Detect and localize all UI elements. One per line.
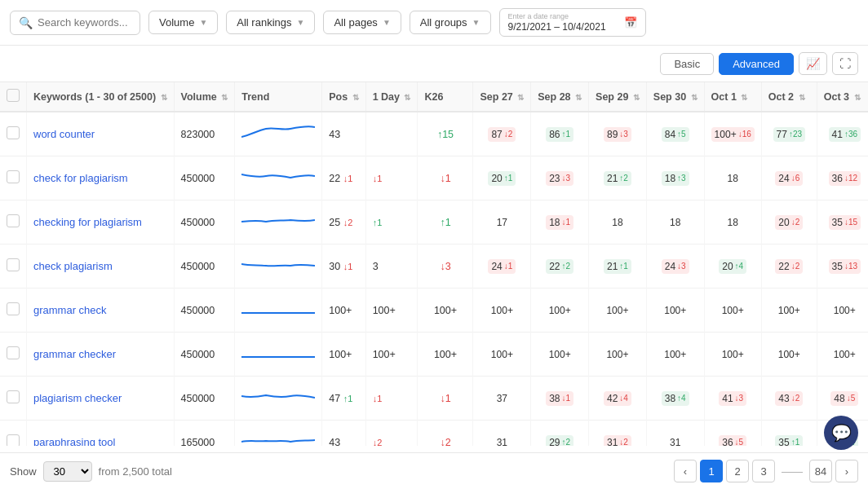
sep29-cell: 100+ [589,289,647,333]
sep29-cell: 42 ↓4 [589,377,647,421]
keyword-cell: plagiarism checker [27,377,175,421]
chevron-down-icon: ▼ [296,18,304,27]
row-checkbox[interactable] [0,421,27,447]
1day-cell: 3 [365,244,418,289]
sep29-cell: 18 [589,200,647,244]
oct2-cell: 22 ↓2 [761,244,817,289]
1day-cell [365,112,418,156]
k26-cell: ↑15 [418,112,473,156]
trend-cell [235,112,322,156]
volume-cell: 450000 [174,244,235,289]
oct2-cell: 20 ↓2 [761,200,817,244]
advanced-view-button[interactable]: Advanced [719,53,794,75]
show-label: Show [10,465,37,478]
pages-dropdown[interactable]: All pages ▼ [323,11,401,34]
row-checkbox[interactable] [0,333,27,377]
oct3-cell: 41 ↑36 [817,112,868,156]
pos-cell: 25 ↓2 [322,200,365,244]
search-input[interactable] [38,16,131,29]
page-ellipsis: —— [778,465,806,478]
table-row: plagiarism checker 450000 47 ↑1 ↓1 ↓1 37… [0,377,868,421]
table-row: check plagiarism 450000 30 ↓1 3 ↓3 24 ↓1… [0,244,868,289]
pos-cell: 22 ↓1 [322,156,365,200]
oct2-cell: 35 ↑1 [761,421,817,447]
sep30-cell: 18 ↑3 [646,156,704,200]
volume-column-header[interactable]: Volume ⇅ [174,82,235,112]
page-84-button[interactable]: 84 [809,460,832,482]
oct1-cell: 36 ↓5 [704,421,761,447]
row-checkbox[interactable] [0,156,27,200]
keywords-table-wrap: Keywords (1 - 30 of 2500) ⇅ Volume ⇅ Tre… [0,82,868,446]
1day-cell: 100+ [365,333,418,377]
volume-cell: 450000 [174,289,235,333]
per-page-select[interactable]: 30 50 100 [43,461,92,482]
select-all-header[interactable] [0,82,27,112]
pos-cell: 47 ↑1 [322,377,365,421]
keywords-column-header[interactable]: Keywords (1 - 30 of 2500) ⇅ [27,82,175,112]
oct3-cell: 100+ [817,289,868,333]
date-range-picker[interactable]: Enter a date range 9/21/2021 – 10/4/2021… [499,8,646,37]
k26-cell: ↓2 [418,421,473,447]
oct2-cell: 77 ↑23 [761,112,817,156]
sep28-column-header[interactable]: Sep 28 ⇅ [531,82,589,112]
oct1-column-header[interactable]: Oct 1 ⇅ [704,82,761,112]
trend-cell [235,421,322,447]
trend-column-header: Trend [235,82,322,112]
oct3-column-header[interactable]: Oct 3 ⇅ [817,82,868,112]
volume-dropdown[interactable]: Volume ▼ [148,11,218,34]
search-icon: 🔍 [19,16,33,29]
sep30-cell: 31 [646,421,704,447]
chat-bubble-button[interactable]: 💬 [824,416,858,450]
basic-view-button[interactable]: Basic [660,53,714,75]
page-3-button[interactable]: 3 [752,460,775,482]
trend-cell [235,200,322,244]
chevron-down-icon: ▼ [199,18,207,27]
sep27-column-header[interactable]: Sep 27 ⇅ [473,82,531,112]
table-row: grammar checker 450000 100+ 100+ 100+ 10… [0,333,868,377]
row-checkbox[interactable] [0,377,27,421]
row-checkbox[interactable] [0,200,27,244]
volume-cell: 165000 [174,421,235,447]
sep27-cell: 87 ↓2 [473,112,531,156]
page-2-button[interactable]: 2 [726,460,749,482]
next-page-button[interactable]: › [835,460,858,482]
fullscreen-button[interactable]: ⛶ [832,52,858,75]
sep27-cell: 17 [473,200,531,244]
table-row: checking for plagiarism 450000 25 ↓2 ↑1 … [0,200,868,244]
oct3-cell: 48 ↓5 [817,377,868,421]
oct2-column-header[interactable]: Oct 2 ⇅ [761,82,817,112]
sep29-column-header[interactable]: Sep 29 ⇅ [589,82,647,112]
groups-dropdown[interactable]: All groups ▼ [410,11,491,34]
page-1-button[interactable]: 1 [700,460,723,482]
sep28-cell: 23 ↓3 [531,156,589,200]
keyword-cell: checking for plagiarism [27,200,175,244]
sep30-cell: 100+ [646,289,704,333]
rankings-dropdown[interactable]: All rankings ▼ [226,11,315,34]
sep29-cell: 89 ↓3 [589,112,647,156]
keyword-cell: grammar checker [27,333,175,377]
volume-cell: 450000 [174,333,235,377]
keyword-cell: paraphrasing tool [27,421,175,447]
1day-column-header[interactable]: 1 Day ⇅ [365,82,418,112]
sep27-cell: 24 ↓1 [473,244,531,289]
row-checkbox[interactable] [0,244,27,289]
pos-column-header[interactable]: Pos ⇅ [322,82,365,112]
row-checkbox[interactable] [0,289,27,333]
sep28-cell: 86 ↑1 [531,112,589,156]
sep28-cell: 100+ [531,333,589,377]
chart-view-button[interactable]: 📈 [799,52,827,75]
table-row: grammar check 450000 100+ 100+ 100+ 100+… [0,289,868,333]
row-checkbox[interactable] [0,112,27,156]
keywords-table: Keywords (1 - 30 of 2500) ⇅ Volume ⇅ Tre… [0,82,868,446]
oct2-cell: 100+ [761,333,817,377]
sep30-column-header[interactable]: Sep 30 ⇅ [646,82,704,112]
pos-cell: 100+ [322,289,365,333]
1day-cell: ↓1 [365,156,418,200]
search-box[interactable]: 🔍 [10,11,140,35]
sep28-cell: 22 ↑2 [531,244,589,289]
k26-column-header[interactable]: K26 [418,82,473,112]
oct3-cell: 35 ↓15 [817,200,868,244]
volume-cell: 450000 [174,200,235,244]
pos-cell: 30 ↓1 [322,244,365,289]
prev-page-button[interactable]: ‹ [674,460,697,482]
